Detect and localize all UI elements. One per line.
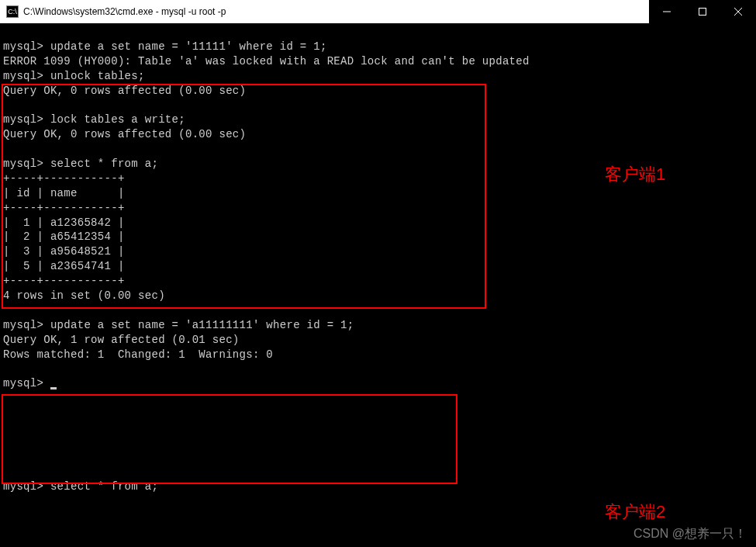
- cmd-icon: C:\: [6, 5, 19, 18]
- terminal-line: | 2 | a65412354 |: [3, 230, 125, 243]
- terminal-line: Query OK, 1 row affected (0.01 sec): [3, 334, 240, 346]
- terminal-line: | 3 | a95648521 |: [3, 245, 125, 258]
- terminal-line: mysql> select * from a;: [3, 158, 158, 170]
- terminal-line: +----+-----------+: [3, 172, 125, 185]
- terminal-line: | 1 | a12365842 |: [3, 216, 125, 229]
- window-titlebar: C:\ C:\Windows\system32\cmd.exe - mysql …: [0, 0, 756, 23]
- terminal-line: | 5 | a23654741 |: [3, 260, 125, 272]
- terminal-prompt: mysql>: [3, 377, 50, 389]
- cursor-icon: [50, 387, 57, 389]
- watermark: CSDN @想养一只！: [633, 526, 747, 542]
- terminal-line: mysql> update a set name = '11111' where…: [3, 40, 327, 53]
- window-controls: [649, 0, 756, 23]
- svg-rect-1: [699, 9, 706, 16]
- window-title: C:\Windows\system32\cmd.exe - mysql -u r…: [23, 6, 226, 17]
- terminal-line: mysql> lock tables a write;: [3, 113, 185, 126]
- annotation-label-client1: 客户端1: [605, 163, 665, 186]
- terminal-line: mysql> update a set name = 'a11111111' w…: [3, 319, 354, 331]
- annotation-label-client2: 客户端2: [605, 500, 665, 524]
- terminal-line: mysql> unlock tables;: [3, 70, 145, 82]
- terminal-line: 4 rows in set (0.00 sec): [3, 289, 165, 302]
- close-button[interactable]: [720, 0, 756, 23]
- terminal-line: Query OK, 0 rows affected (0.00 sec): [3, 128, 246, 140]
- terminal-line: +----+-----------+: [3, 275, 125, 287]
- titlebar-left: C:\ C:\Windows\system32\cmd.exe - mysql …: [6, 5, 226, 18]
- terminal-output[interactable]: mysql> update a set name = '11111' where…: [0, 23, 756, 496]
- minimize-button[interactable]: [649, 0, 685, 23]
- terminal-line: Rows matched: 1 Changed: 1 Warnings: 0: [3, 348, 273, 361]
- maximize-button[interactable]: [685, 0, 720, 23]
- terminal-line: ERROR 1099 (HY000): Table 'a' was locked…: [3, 55, 530, 68]
- terminal-line: Query OK, 0 rows affected (0.00 sec): [3, 85, 246, 97]
- terminal-line: +----+-----------+: [3, 202, 125, 214]
- terminal-line: | id | name |: [3, 187, 125, 199]
- terminal-line: mysql> select * from a;: [3, 480, 158, 493]
